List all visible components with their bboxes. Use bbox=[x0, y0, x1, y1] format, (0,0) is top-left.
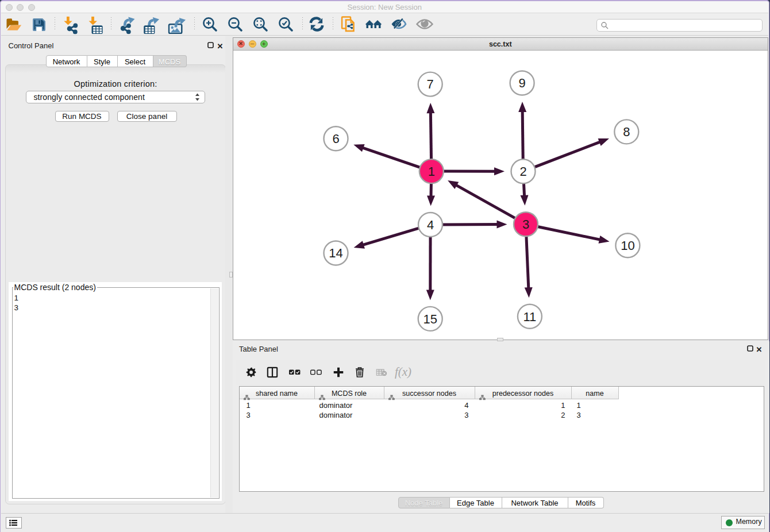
svg-text:10: 10 bbox=[621, 238, 634, 253]
svg-text:2: 2 bbox=[519, 164, 526, 179]
svg-text:7: 7 bbox=[426, 77, 433, 91]
svg-text:9: 9 bbox=[518, 76, 525, 90]
svg-text:1: 1 bbox=[428, 164, 434, 179]
svg-text:3: 3 bbox=[522, 217, 529, 232]
svg-text:11: 11 bbox=[523, 310, 536, 324]
svg-text:4: 4 bbox=[426, 218, 433, 232]
svg-text:15: 15 bbox=[423, 312, 437, 326]
svg-text:8: 8 bbox=[623, 125, 630, 139]
svg-text:14: 14 bbox=[329, 246, 342, 260]
svg-text:6: 6 bbox=[332, 132, 339, 146]
